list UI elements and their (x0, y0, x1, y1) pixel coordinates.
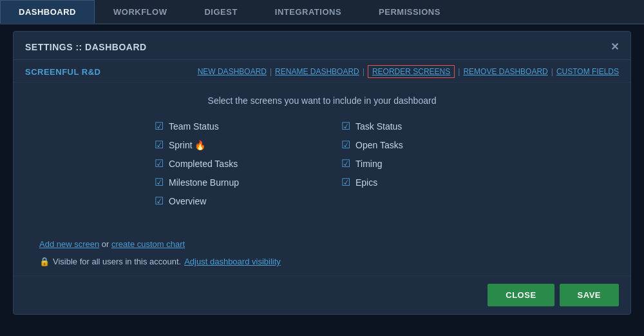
remove-dashboard-link[interactable]: REMOVE DASHBOARD (463, 67, 547, 76)
screen-label: Task Status (355, 121, 402, 132)
screen-epics[interactable]: ☑ Epics (341, 176, 489, 188)
or-text: or (99, 239, 111, 249)
check-icon: ☑ (155, 195, 164, 207)
modal-body: Select the screens you want to include i… (14, 83, 630, 239)
screen-label: Team Status (169, 121, 219, 132)
screen-label: Open Tasks (355, 140, 403, 150)
screen-label: Timing (355, 159, 383, 169)
visibility-text: Visible for all users in this account. (53, 257, 181, 266)
save-button[interactable]: SAVE (560, 284, 619, 306)
create-custom-chart-link[interactable]: create custom chart (111, 239, 185, 249)
check-icon: ☑ (341, 157, 350, 170)
screen-label: Epics (355, 177, 377, 188)
visibility-line: 🔒 Visible for all users in this account.… (39, 257, 605, 266)
check-icon: ☑ (155, 139, 164, 151)
screen-open-tasks[interactable]: ☑ Open Tasks (341, 139, 489, 151)
rename-dashboard-link[interactable]: RENAME DASHBOARD (275, 67, 359, 76)
screen-team-status[interactable]: ☑ Team Status (155, 120, 303, 132)
action-links: NEW DASHBOARD | RENAME DASHBOARD | REORD… (198, 65, 619, 78)
screen-overview[interactable]: ☑ Overview (155, 195, 303, 207)
reorder-screens-link[interactable]: REORDER SCREENS (368, 65, 455, 78)
screen-completed-tasks[interactable]: ☑ Completed Tasks (155, 157, 303, 170)
new-dashboard-link[interactable]: NEW DASHBOARD (198, 67, 267, 76)
lock-icon: 🔒 (39, 257, 50, 266)
modal-header: SETTINGS :: DASHBOARD ✕ (14, 32, 630, 60)
screen-label: Sprint 🔥 (169, 140, 205, 150)
check-icon: ☑ (341, 120, 350, 132)
add-screen-line: Add new screen or create custom chart (39, 239, 605, 249)
screen-timing[interactable]: ☑ Timing (341, 157, 489, 170)
check-icon: ☑ (155, 120, 164, 132)
tab-dashboard[interactable]: DASHBOARD (0, 0, 95, 23)
modal-overlay: SETTINGS :: DASHBOARD ✕ SCREENFUL R&D NE… (0, 25, 644, 336)
close-x-button[interactable]: ✕ (611, 41, 619, 53)
workspace-name: SCREENFUL R&D (25, 67, 101, 77)
add-new-screen-link[interactable]: Add new screen (39, 239, 99, 249)
tab-digest[interactable]: DIGEST (185, 0, 256, 23)
custom-fields-link[interactable]: CUSTOM FIELDS (556, 67, 619, 76)
adjust-visibility-link[interactable]: Adjust dashboard visibility (184, 257, 281, 266)
screen-milestone-burnup[interactable]: ☑ Milestone Burnup (155, 176, 303, 188)
screen-label: Completed Tasks (169, 159, 238, 169)
check-icon: ☑ (155, 157, 164, 170)
screen-label: Overview (169, 196, 206, 206)
check-icon: ☑ (341, 139, 350, 151)
top-navigation: DASHBOARD WORKFLOW DIGEST INTEGRATIONS P… (0, 0, 644, 25)
close-button[interactable]: CLOSE (488, 284, 554, 306)
screen-label: Milestone Burnup (169, 177, 239, 188)
screen-task-status[interactable]: ☑ Task Status (341, 120, 489, 132)
modal-title: SETTINGS :: DASHBOARD (25, 42, 147, 52)
check-icon: ☑ (341, 176, 350, 188)
screen-sprint[interactable]: ☑ Sprint 🔥 (155, 139, 303, 151)
modal-subheader: SCREENFUL R&D NEW DASHBOARD | RENAME DAS… (14, 60, 630, 83)
check-icon: ☑ (155, 176, 164, 188)
settings-modal: SETTINGS :: DASHBOARD ✕ SCREENFUL R&D NE… (13, 31, 631, 315)
select-prompt: Select the screens you want to include i… (39, 95, 605, 106)
tab-workflow[interactable]: WORKFLOW (95, 0, 185, 23)
screens-grid: ☑ Team Status ☑ Task Status ☑ Sprint 🔥 ☑… (155, 120, 489, 207)
tab-integrations[interactable]: INTEGRATIONS (256, 0, 360, 23)
modal-actions: CLOSE SAVE (14, 275, 630, 314)
modal-footer-links: Add new screen or create custom chart 🔒 … (14, 239, 630, 266)
tab-permissions[interactable]: PERMISSIONS (360, 0, 459, 23)
